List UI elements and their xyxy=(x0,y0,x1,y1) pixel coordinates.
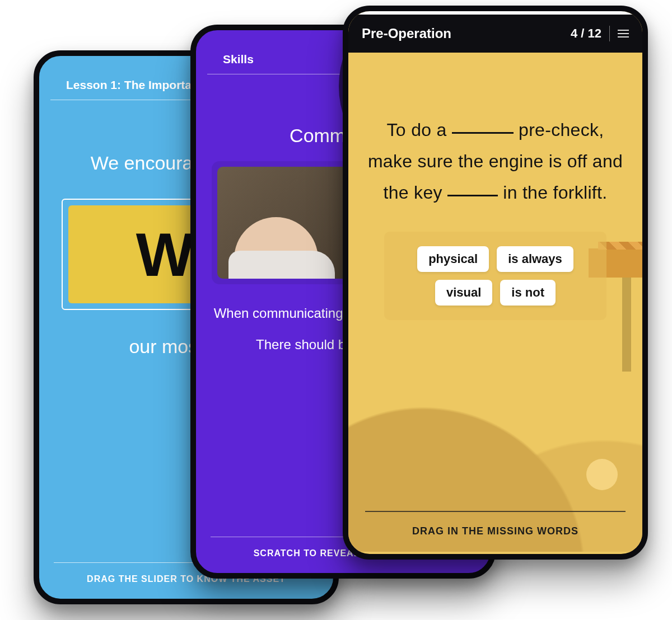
phone-card-stack: Lesson 1: The Importance We encourage tr… xyxy=(0,0,672,620)
word-chips-tray: physical is always visual is not xyxy=(384,232,606,320)
menu-icon[interactable] xyxy=(618,30,629,37)
fill-blank-sentence: To do a pre-check, make sure the engine … xyxy=(367,114,623,208)
lesson-topbar: Pre-Operation 4 / 12 xyxy=(348,11,642,53)
decorative-sun xyxy=(586,459,618,490)
sentence-text: in the forklift. xyxy=(503,182,607,203)
word-chip[interactable]: visual xyxy=(435,280,492,306)
lesson-title: Pre-Operation xyxy=(362,26,451,41)
instruction-hint: DRAG IN THE MISSING WORDS xyxy=(365,511,626,537)
word-chip[interactable]: is always xyxy=(497,246,573,272)
blank-slot-2[interactable] xyxy=(447,195,498,196)
progress-counter: 4 / 12 xyxy=(571,26,601,41)
sentence-text: To do a xyxy=(387,120,447,140)
word-chip[interactable]: is not xyxy=(500,280,556,306)
lesson-card-yellow: Pre-Operation 4 / 12 To do a xyxy=(343,6,648,560)
vertical-divider xyxy=(609,26,610,41)
word-chip[interactable]: physical xyxy=(417,246,489,272)
blank-slot-1[interactable] xyxy=(452,132,514,134)
person-illustration xyxy=(234,217,318,279)
